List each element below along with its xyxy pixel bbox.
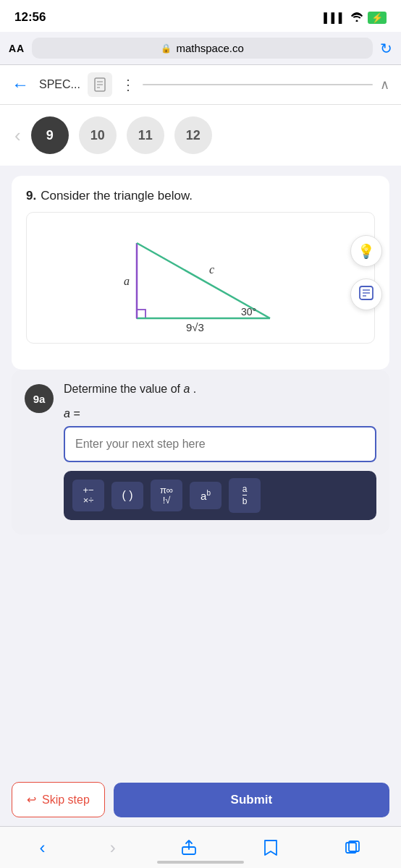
more-options-icon[interactable]: ⋮ bbox=[121, 76, 135, 93]
question-number: 9. bbox=[26, 189, 36, 203]
parentheses-key[interactable]: ( ) bbox=[111, 482, 143, 509]
bottom-action-bar: ↩ Skip step Submit bbox=[0, 775, 401, 825]
lightbulb-icon: 💡 bbox=[358, 243, 375, 260]
power-key[interactable]: ab bbox=[190, 482, 221, 509]
question-nav: ‹ 9 10 11 12 bbox=[0, 105, 401, 166]
svg-rect-8 bbox=[137, 310, 145, 318]
sub-question-bubble: 9a bbox=[25, 384, 54, 413]
question-card: 💡 9. Consider the triangle below. bbox=[12, 176, 389, 370]
svg-text:30°: 30° bbox=[241, 306, 256, 318]
variable-equation-label: a = bbox=[64, 407, 376, 420]
nav-chevron-icon[interactable]: ∧ bbox=[380, 77, 389, 93]
tabs-button[interactable] bbox=[334, 835, 371, 861]
browser-bar: AA 🔒 mathspace.co ↻ bbox=[0, 32, 401, 65]
math-input-field[interactable] bbox=[64, 426, 376, 462]
lock-icon: 🔒 bbox=[161, 43, 172, 54]
svg-text:9√3: 9√3 bbox=[186, 321, 204, 333]
back-button[interactable]: ← bbox=[12, 75, 29, 95]
svg-text:c: c bbox=[209, 263, 214, 276]
floating-action-buttons: 💡 bbox=[350, 235, 382, 310]
notes-icon bbox=[358, 285, 374, 305]
refresh-icon[interactable]: ↻ bbox=[380, 40, 392, 57]
sub-question-card: 9a Determine the value of a . a = bbox=[12, 370, 389, 535]
prev-question-arrow[interactable]: ‹ bbox=[14, 124, 21, 147]
browser-forward-button[interactable]: › bbox=[100, 833, 126, 862]
nav-progress-line bbox=[143, 84, 373, 85]
svg-text:a: a bbox=[124, 275, 130, 287]
share-button[interactable] bbox=[170, 835, 208, 861]
skip-icon: ↩ bbox=[27, 793, 36, 807]
operators-key[interactable]: +− ×÷ bbox=[72, 480, 104, 512]
wifi-icon bbox=[350, 12, 363, 24]
question-bubble-11[interactable]: 11 bbox=[127, 116, 164, 154]
question-bubble-12[interactable]: 12 bbox=[174, 116, 212, 154]
diagram-container: a c 30° 9√3 bbox=[26, 212, 375, 344]
status-bar: 12:56 ▌▌▌ ⚡ bbox=[0, 0, 401, 32]
browser-back-button[interactable]: ‹ bbox=[30, 833, 56, 862]
hint-button[interactable]: 💡 bbox=[350, 235, 382, 267]
question-text: Consider the triangle below. bbox=[41, 189, 193, 203]
browser-aa-label[interactable]: AA bbox=[9, 43, 25, 54]
submit-button[interactable]: Submit bbox=[114, 783, 389, 817]
status-time: 12:56 bbox=[14, 10, 46, 25]
functions-key[interactable]: π∞ !√ bbox=[151, 480, 182, 512]
status-icons: ▌▌▌ ⚡ bbox=[324, 12, 387, 24]
url-text: mathspace.co bbox=[176, 42, 243, 54]
battery-icon: ⚡ bbox=[368, 12, 387, 24]
home-indicator bbox=[157, 861, 244, 864]
variable-name: a bbox=[183, 383, 190, 395]
nav-doc-icon[interactable] bbox=[88, 72, 112, 97]
question-bubble-9[interactable]: 9 bbox=[31, 116, 69, 154]
skip-step-button[interactable]: ↩ Skip step bbox=[12, 782, 105, 817]
signal-icon: ▌▌▌ bbox=[324, 12, 346, 23]
browser-url-bar[interactable]: 🔒 mathspace.co bbox=[32, 38, 373, 59]
math-keyboard: +− ×÷ ( ) π∞ !√ bbox=[64, 471, 376, 520]
question-bubble-10[interactable]: 10 bbox=[79, 116, 117, 154]
sub-question-row: 9a Determine the value of a . a = bbox=[25, 383, 376, 520]
nav-bar: ← SPEC... ⋮ ∧ bbox=[0, 65, 401, 105]
bookmarks-button[interactable] bbox=[252, 835, 290, 861]
sub-question-content: Determine the value of a . a = bbox=[64, 383, 376, 520]
nav-title: SPEC... bbox=[39, 78, 80, 91]
fraction-key[interactable]: a b bbox=[229, 478, 261, 513]
main-content: 💡 9. Consider the triangle below. bbox=[0, 176, 401, 621]
notes-button[interactable] bbox=[350, 278, 382, 310]
sub-question-text: Determine the value of a . bbox=[64, 383, 376, 396]
